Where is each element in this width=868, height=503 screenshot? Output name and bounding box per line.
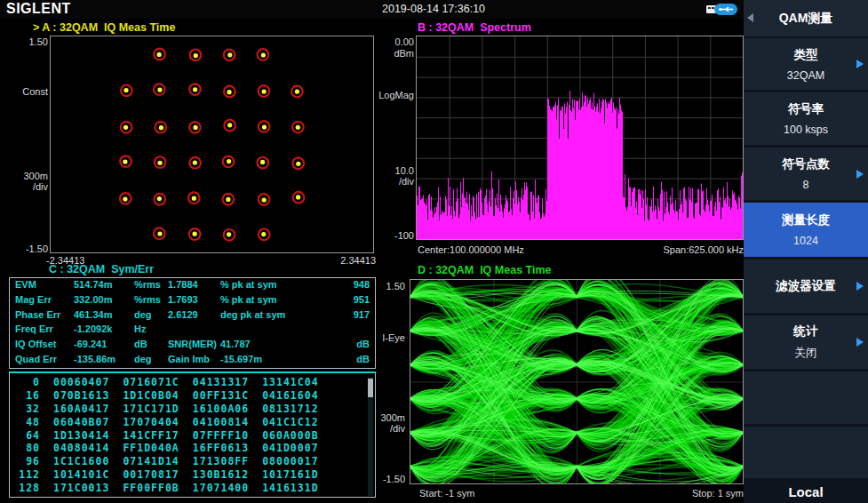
softkey-value: 32QAM	[787, 69, 824, 82]
stats-cell: 514.74m	[74, 279, 112, 290]
stats-row: Freq Err-1.2092kHz	[10, 323, 375, 338]
hex-group: FF00FF0B	[123, 482, 179, 494]
softkey-统计[interactable]: 统计关闭	[744, 315, 868, 369]
hex-row-index: 112	[10, 468, 40, 481]
panel-d-bottom-label: -1.50	[365, 474, 405, 484]
panel-d-stop-label: Stop: 1 sym	[593, 488, 744, 499]
stats-cell: 461.34m	[74, 309, 112, 320]
usb-drive-icon	[705, 3, 741, 16]
hex-group: 171C171D	[123, 403, 179, 415]
hex-group: 1D130414	[53, 429, 109, 442]
softkey-类型[interactable]: 类型32QAM	[744, 38, 868, 90]
softkey-label: 测量长度	[782, 212, 830, 228]
hex-group: 13141C04	[262, 376, 318, 388]
hex-row-index: 0	[10, 376, 40, 388]
local-button[interactable]: Local	[744, 481, 868, 503]
panel-b-bottom-label: -100	[374, 230, 414, 241]
stats-cell: dB	[356, 354, 370, 364]
panel-d-start-label: Start: -1 sym	[419, 488, 474, 499]
softkey-符号率[interactable]: 符号率100 ksps	[744, 92, 868, 145]
hex-group: 06040B07	[53, 416, 109, 428]
hex-group: 160A0417	[53, 403, 109, 415]
panel-b-scale-unit: /div	[374, 176, 414, 187]
hex-group: 00060407	[53, 376, 109, 388]
panel-b-span: Span:625.000 kHz	[566, 244, 744, 255]
submenu-arrow-icon	[856, 338, 864, 347]
hex-row: 641D130414141CFF1707FFFF10060A000B	[10, 429, 375, 443]
hex-row: 1121014101C00170817130B16121017161D	[10, 468, 375, 482]
stats-row: Quad Err-135.86mdegGain Imb-15.697mdB	[10, 353, 375, 368]
panel-a-scale-unit: /div	[7, 181, 48, 192]
stats-cell: SNR(MER)	[168, 339, 217, 349]
stats-cell: deg	[134, 354, 152, 364]
hex-row: 961C1C160007141D14171308FF08000017	[10, 455, 375, 468]
hex-group: 171C0013	[53, 482, 109, 494]
softkey-value: 关闭	[795, 346, 817, 361]
stats-cell: 951	[354, 294, 370, 305]
hex-group: 1017161D	[262, 468, 318, 481]
softkey-menu: QAM测量 类型32QAM符号率100 ksps符号点数8测量长度1024滤波器…	[744, 0, 868, 503]
sym-err-stats-table: EVM514.74m%rms1.7884% pk at sym948Mag Er…	[9, 277, 376, 369]
hex-row-index: 128	[10, 482, 40, 494]
stats-cell: 1.7884	[168, 279, 198, 290]
eye-diagram-plot	[410, 279, 744, 484]
panel-a-x-max: 2.34413	[305, 255, 376, 266]
panel-a-title: > A : 32QAM IQ Meas Time	[33, 21, 175, 34]
hex-group: 00170817	[123, 468, 179, 481]
softkey-滤波器设置[interactable]: 滤波器设置	[744, 259, 868, 313]
hex-group: 041C1C12	[262, 416, 318, 428]
siglent-logo: SIGLENT	[6, 1, 71, 17]
softkey-label: 滤波器设置	[776, 278, 836, 294]
menu-back-icon[interactable]	[747, 13, 753, 22]
panel-d-trace-type: I-Eye	[365, 332, 405, 343]
hex-row-index: 64	[10, 429, 40, 442]
hex-group: FF1D040A	[123, 442, 179, 454]
hex-row-index: 48	[10, 416, 40, 428]
panel-b-ref-level: 0.00	[374, 36, 414, 47]
hex-group: 060A000B	[262, 429, 318, 442]
panel-d-title: D : 32QAM IQ Meas Time	[418, 264, 552, 276]
stats-cell: IQ Offset	[15, 339, 56, 349]
softkey-符号点数[interactable]: 符号点数8	[744, 148, 868, 200]
stats-cell: deg	[134, 309, 152, 320]
panel-b-scale-type: LogMag	[374, 90, 414, 100]
softkey-empty-6[interactable]	[744, 371, 868, 424]
hex-row-index: 96	[10, 455, 40, 467]
hex-group: 1014101C	[53, 468, 109, 481]
symbol-hex-table: 0000604070716071C0413131713141C0416070B1…	[9, 371, 376, 498]
panel-b-scale-label: 10.0	[374, 165, 414, 176]
stats-cell: -135.86m	[74, 354, 115, 364]
datetime-display: 2019-08-14 17:36:10	[382, 3, 485, 15]
stats-cell: EVM	[15, 279, 36, 290]
hex-scrollbar-thumb[interactable]	[368, 379, 373, 397]
stats-cell: -1.2092k	[74, 323, 112, 334]
softkey-测量长度[interactable]: 测量长度1024	[744, 203, 868, 257]
menu-header: QAM测量	[744, 0, 868, 36]
softkey-value: 8	[803, 179, 809, 191]
hex-row: 4806040B071707040404100814041C1C12	[10, 416, 375, 429]
submenu-arrow-icon	[856, 282, 864, 291]
panel-c-title: C : 32QAM Sym/Err	[49, 263, 154, 275]
hex-row: 0000604070716071C0413131713141C04	[10, 376, 375, 389]
panel-a-trace-type: Const	[7, 86, 48, 97]
stats-cell: Quad Err	[15, 354, 57, 364]
stats-cell: Mag Err	[15, 294, 52, 305]
softkey-empty-7[interactable]	[744, 427, 868, 478]
stats-cell: -69.241	[74, 339, 107, 349]
hex-row: 8004080414FF1D040A16FF0613041D0007	[10, 442, 375, 455]
hex-row: 32160A0417171C171D16100A0608131712	[10, 403, 375, 416]
panel-b-center-freq: Center:100.000000 MHz	[418, 244, 524, 255]
panel-b-title: B : 32QAM Spectrum	[418, 21, 531, 34]
stats-cell: %rms	[134, 279, 161, 290]
hex-group: 00FF131C	[193, 389, 249, 402]
hex-group: 07141D14	[123, 455, 179, 467]
hex-group: 16100A06	[193, 403, 249, 415]
stats-cell: Hz	[134, 323, 146, 334]
hex-group: 1D1C0B04	[123, 389, 179, 402]
submenu-arrow-icon	[856, 170, 864, 179]
hex-group: 0716071C	[123, 376, 179, 388]
stats-cell: 1.7693	[168, 294, 198, 305]
panel-a-scale-label: 300m	[7, 171, 48, 181]
stats-cell: deg pk at sym	[220, 309, 285, 320]
stats-cell: %rms	[134, 294, 161, 305]
